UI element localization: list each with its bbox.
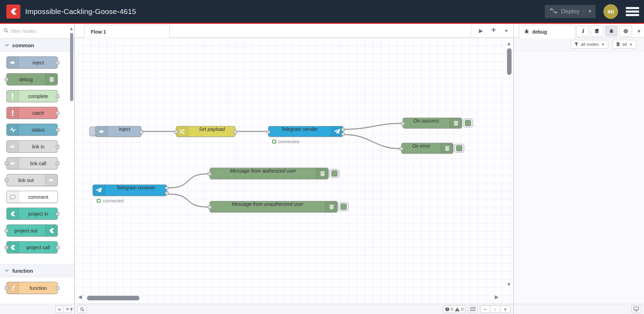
category-header-common[interactable]: common [0,39,74,52]
flow-node-inject[interactable]: inject [95,126,142,137]
debug-enable-toggle[interactable] [454,144,464,153]
node-input-port[interactable] [5,286,8,290]
node-input-port[interactable] [208,205,212,209]
right-sidebar: debug i ▼ [513,24,644,314]
palette-node-project-call[interactable]: project call [6,241,58,253]
debug-sidebar-button[interactable] [605,26,618,36]
tab-flow-1[interactable]: Flow 1 [84,25,170,38]
palette-node-function[interactable]: ffunction [6,282,58,294]
node-input-port[interactable] [5,162,8,165]
node-status-text: connected [278,139,299,144]
palette-node-complete[interactable]: complete [6,90,58,102]
debug-messages-panel [514,51,644,304]
palette-scroll-up-arrow[interactable]: ▲ [69,26,74,31]
canvas-scroll-up-arrow[interactable]: ▲ [506,41,511,46]
flow-issues-badge[interactable]: 0 0 [443,305,466,313]
debug-enable-toggle[interactable] [338,202,349,211]
zoom-reset-button[interactable]: ○ [490,305,500,313]
palette-node-link-in[interactable]: link in [6,140,58,153]
node-output-port[interactable] [56,145,60,148]
flow-canvas[interactable]: ▲ ▼ ◀ ▶ injectSet payloadTelegram sender… [75,38,513,304]
node-input-port[interactable] [5,179,8,182]
node-input-port[interactable] [399,147,403,151]
canvas-scroll-left-arrow[interactable]: ◀ [78,294,82,300]
flow-node-msg-auth[interactable]: Message from autherized user [210,168,329,179]
palette-node-link-call[interactable]: link call [6,157,58,169]
flow-list-caret-button[interactable]: ▼ [504,28,508,33]
flow-node-on-success[interactable]: On success [403,118,462,128]
node-input-port[interactable] [266,130,270,134]
node-input-port[interactable] [5,246,8,249]
add-flow-button[interactable]: + [491,26,496,35]
debug-enable-toggle[interactable] [463,119,473,127]
palette-filter-input[interactable] [11,28,60,34]
flow-node-set-payload[interactable]: Set payload [176,126,235,137]
main-menu-button[interactable] [626,6,639,17]
deploy-button[interactable]: Deploy ▼ [545,5,596,18]
node-input-port[interactable] [5,229,8,232]
node-input-port[interactable] [5,78,8,81]
flow-wire[interactable] [345,124,401,130]
canvas-vertical-scrollbar-thumb[interactable] [507,48,512,75]
canvas-scroll-down-arrow[interactable]: ▼ [506,281,511,287]
node-output-port[interactable] [139,130,143,134]
node-output-port-1[interactable] [341,128,345,131]
palette-node-project-out[interactable]: project out [6,224,58,237]
user-avatar[interactable]: su [603,4,618,19]
node-output-port[interactable] [233,130,237,134]
status-dot-icon [272,140,276,144]
palette-node-catch[interactable]: catch [6,107,58,119]
category-label: function [12,268,33,274]
debug-clear-button[interactable]: all ▼ [612,40,636,49]
list-icon [325,201,337,212]
node-output-port-2[interactable] [341,132,345,136]
flow-node-telegram-sender[interactable]: Telegram sender [268,126,343,137]
node-input-port[interactable] [401,122,405,125]
debug-enable-toggle[interactable] [329,169,340,178]
palette-node-link-out[interactable]: link out [6,174,58,186]
sidebar-tabs-caret-button[interactable]: ▼ [637,29,641,34]
zoom-in-button[interactable]: + [500,305,511,313]
node-output-port[interactable] [56,128,60,132]
info-sidebar-button[interactable]: i [576,26,589,36]
zoom-out-button[interactable]: − [480,305,490,313]
palette-node-project-in[interactable]: project in [6,208,58,220]
deploy-options-caret[interactable]: ▼ [584,5,596,18]
node-output-port[interactable] [56,95,60,98]
node-output-port[interactable] [56,212,60,216]
node-input-port[interactable] [208,172,212,176]
node-output-port-2[interactable] [165,191,169,195]
canvas-horizontal-scrollbar-thumb[interactable] [87,296,139,300]
canvas-scroll-right-arrow[interactable]: ▶ [495,294,499,300]
node-output-port-1[interactable] [165,186,169,190]
tab-debug[interactable]: debug [519,25,575,38]
category-header-function[interactable]: function [0,264,74,277]
node-output-port[interactable] [56,61,60,64]
collapse-all-categories-button[interactable] [55,306,63,313]
tab-scroll-right-button[interactable]: ▶ [479,28,483,34]
palette-scrollbar-thumb[interactable] [70,33,73,101]
palette-node-debug[interactable]: debug [6,73,58,85]
canvas-search-button[interactable] [77,305,87,313]
flow-wire[interactable] [169,174,208,188]
open-debug-window-button[interactable] [631,305,641,313]
node-output-port[interactable] [56,286,60,290]
help-book-button[interactable] [591,26,603,36]
config-gear-button[interactable] [619,26,632,36]
palette-node-inject[interactable]: inject [6,56,58,69]
flow-node-label: On error [402,143,441,149]
palette-scroll-down-arrow[interactable]: ▼ [69,307,74,312]
node-output-port[interactable] [56,111,60,115]
palette-node-comment[interactable]: comment [6,191,58,203]
flow-node-on-error[interactable]: On error [401,143,453,154]
debug-filter-button[interactable]: all nodes ▼ [571,40,608,49]
node-input-port[interactable] [174,130,178,134]
node-output-port[interactable] [56,246,60,249]
navigator-toggle-button[interactable] [468,305,478,313]
palette-node-status[interactable]: status [6,124,58,136]
flow-node-telegram-receiver[interactable]: Telegram receiver [93,184,167,196]
flow-node-msg-unauth[interactable]: Message from unautherized user [210,201,338,212]
flow-wire[interactable] [169,194,208,207]
flow-wire[interactable] [345,135,400,149]
node-output-port[interactable] [56,162,60,165]
